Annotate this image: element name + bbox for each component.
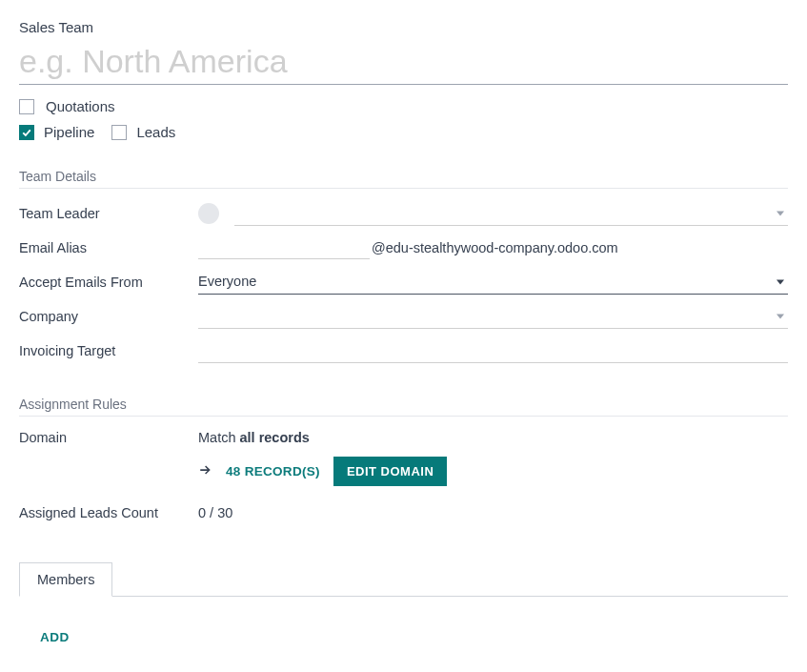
team-leader-avatar — [198, 203, 219, 224]
accept-emails-label: Accept Emails From — [19, 275, 198, 290]
sales-team-name-input[interactable] — [19, 41, 788, 84]
chevron-down-icon — [777, 211, 784, 215]
email-alias-input[interactable] — [198, 236, 370, 259]
domain-match-text: Match all records — [198, 430, 310, 445]
company-label: Company — [19, 309, 198, 324]
tab-members[interactable]: Members — [19, 562, 112, 597]
assigned-leads-label: Assigned Leads Count — [19, 505, 198, 520]
chevron-down-icon — [777, 314, 784, 318]
invoicing-target-row: Invoicing Target — [19, 334, 788, 368]
assigned-leads-value: 0 / 30 — [198, 505, 232, 520]
chevron-down-icon — [777, 279, 784, 284]
email-alias-row: Email Alias @edu-stealthywood-company.od… — [19, 231, 788, 265]
check-icon — [21, 127, 32, 138]
company-row: Company — [19, 299, 788, 334]
assigned-leads-row: Assigned Leads Count 0 / 30 — [19, 496, 788, 530]
members-tab-content: ADD — [19, 597, 788, 644]
quotations-row: Quotations — [19, 98, 788, 114]
email-alias-label: Email Alias — [19, 240, 198, 255]
add-member-button[interactable]: ADD — [40, 630, 70, 644]
team-leader-label: Team Leader — [19, 206, 198, 221]
team-leader-select[interactable] — [234, 201, 788, 226]
accept-emails-row: Accept Emails From Everyone — [19, 265, 788, 299]
tabs: Members — [19, 562, 788, 597]
accept-emails-select[interactable]: Everyone — [198, 270, 788, 295]
leads-label: Leads — [136, 124, 175, 140]
pipeline-leads-row: Pipeline Leads — [19, 124, 788, 140]
pipeline-label: Pipeline — [44, 124, 94, 140]
domain-row: Domain Match all records 48 RECORD(S) ED… — [19, 424, 788, 486]
sales-team-label: Sales Team — [19, 19, 788, 35]
leads-checkbox[interactable] — [111, 125, 127, 140]
assignment-rules-section-title: Assignment Rules — [19, 397, 788, 417]
edit-domain-button[interactable]: EDIT DOMAIN — [333, 457, 447, 486]
sales-team-name-wrap — [19, 41, 788, 85]
pipeline-checkbox[interactable] — [19, 125, 34, 140]
domain-label: Domain — [19, 430, 198, 445]
team-leader-row: Team Leader — [19, 196, 788, 231]
email-alias-domain: @edu-stealthywood-company.odoo.com — [372, 240, 618, 255]
invoicing-target-input[interactable] — [198, 338, 788, 363]
records-count-link[interactable]: 48 RECORD(S) — [226, 464, 320, 479]
team-details-section-title: Team Details — [19, 169, 788, 189]
invoicing-target-label: Invoicing Target — [19, 343, 198, 358]
arrow-right-icon — [198, 463, 212, 479]
quotations-label: Quotations — [46, 98, 115, 114]
quotations-checkbox[interactable] — [19, 99, 34, 114]
company-select[interactable] — [198, 304, 788, 329]
